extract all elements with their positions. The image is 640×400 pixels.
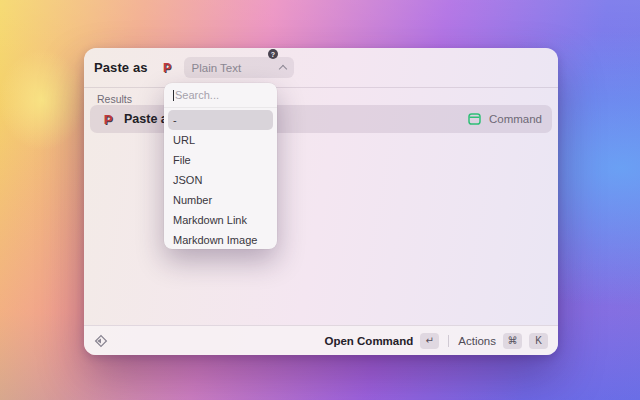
return-key-badge: ↵	[420, 333, 439, 349]
cmd-key-badge: ⌘	[503, 333, 522, 349]
result-row-paste-as[interactable]: P Paste as P Command	[90, 105, 552, 133]
format-dropdown-value: Plain Text	[192, 62, 280, 74]
result-accessory: Command	[489, 113, 542, 125]
footer-divider	[448, 335, 449, 347]
dropdown-search-input[interactable]: Search...	[164, 83, 277, 108]
dropdown-item-markdown-image[interactable]: Markdown Image	[164, 230, 277, 249]
chevron-up-icon	[278, 65, 286, 73]
raycast-window: Paste as P Plain Text ? Results P Paste …	[84, 48, 558, 355]
command-type-icon	[468, 113, 481, 125]
raycast-logo-icon	[94, 334, 108, 348]
help-badge: ?	[268, 49, 278, 59]
footer-bar: Open Command ↵ Actions ⌘ K	[84, 325, 558, 355]
paste-as-app-icon: P	[160, 60, 175, 75]
dropdown-item-markdown-link[interactable]: Markdown Link	[164, 210, 277, 230]
dropdown-items-list: - URL File JSON Number Markdown Link Mar…	[164, 108, 277, 249]
dropdown-item-dash[interactable]: -	[168, 110, 273, 130]
desktop-background: Paste as P Plain Text ? Results P Paste …	[0, 0, 640, 400]
results-section-label: Results	[97, 93, 132, 105]
dropdown-item-number[interactable]: Number	[164, 190, 277, 210]
actions-menu-button[interactable]: Actions	[458, 335, 496, 347]
open-command-action[interactable]: Open Command	[324, 335, 413, 347]
dropdown-item-url[interactable]: URL	[164, 130, 277, 150]
dropdown-item-file[interactable]: File	[164, 150, 277, 170]
dropdown-item-json[interactable]: JSON	[164, 170, 277, 190]
text-caret-icon	[173, 90, 174, 101]
search-placeholder: Search...	[175, 89, 219, 101]
format-dropdown[interactable]: Plain Text	[184, 57, 294, 78]
k-key-badge: K	[529, 333, 548, 349]
paste-as-app-icon: P	[100, 111, 116, 127]
format-dropdown-panel: Search... - URL File JSON Number Markdow…	[164, 83, 277, 249]
command-header: Paste as P Plain Text ?	[84, 48, 558, 88]
command-title: Paste as	[94, 60, 148, 75]
